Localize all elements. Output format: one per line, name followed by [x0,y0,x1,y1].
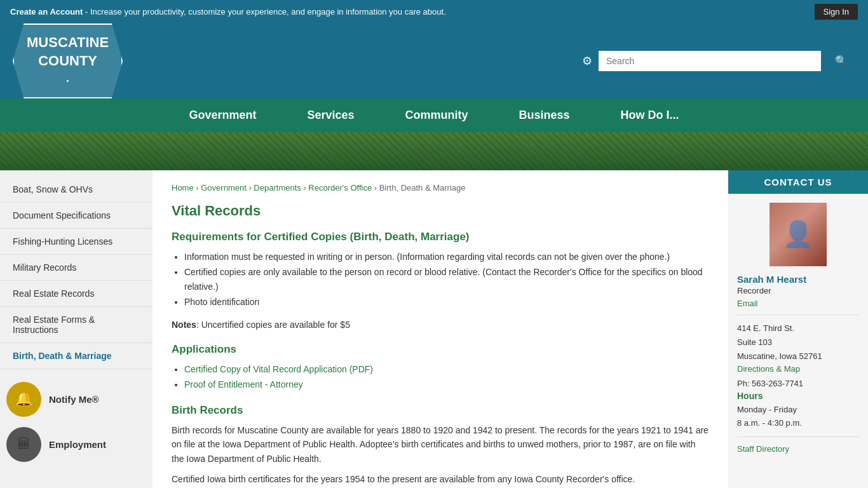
hero-image [0,132,868,170]
sidebar-item-birth-death[interactable]: Birth, Death & Marriage [0,343,153,369]
nav-business[interactable]: Business [494,98,595,132]
address-line3: Muscatine, Iowa 52761 [737,349,859,363]
sidebar-item-real-estate-forms[interactable]: Real Estate Forms & Instructions [0,307,153,343]
sidebar-item-real-estate[interactable]: Real Estate Records [0,281,153,307]
hours-title: Hours [737,391,859,401]
breadcrumb: Home › Government › Departments › Record… [172,183,709,193]
top-banner: Create an Account - Increase your produc… [0,0,868,24]
app-item-2: Proof of Entitlement - Attorney [184,377,709,393]
create-account-link[interactable]: Create an Account [10,7,83,17]
breadcrumb-government[interactable]: Government [201,183,247,193]
notes-text: Notes: Uncertified copies are available … [172,318,709,332]
req-item-1: Information must be requested in writing… [184,250,709,265]
nav-government[interactable]: Government [163,98,281,132]
notify-me-icon: 🔔 [6,382,41,417]
hours-days: Monday - Friday 8 a.m. - 4:30 p.m. [737,403,859,430]
settings-icon[interactable]: ⚙ [582,54,592,68]
req-item-3: Photo identification [184,295,709,310]
directions-map-link[interactable]: Directions & Map [737,364,800,374]
contact-email-link[interactable]: Email [737,299,758,308]
req-item-2: Certified copies are only available to t… [184,265,709,295]
sidebar: Boat, Snow & OHVs Document Specification… [0,170,153,488]
contact-sidebar: CONTACT US 👤 Sarah M Hearst Recorder Ema… [728,170,868,488]
breadcrumb-departments[interactable]: Departments [254,183,301,193]
breadcrumb-home[interactable]: Home [172,183,194,193]
sidebar-item-fishing-hunting[interactable]: Fishing-Hunting Licenses [0,229,153,255]
contact-name: Sarah M Hearst [737,274,859,285]
sidebar-item-boat-snow[interactable]: Boat, Snow & OHVs [0,177,153,203]
contact-photo: 👤 [770,203,827,266]
birth-para-1: Birth records for Muscatine County are a… [172,423,709,466]
section-applications-title: Applications [172,343,709,356]
employment-icon: 🏛 [6,427,41,462]
applications-list: Certified Copy of Vital Record Applicati… [184,362,709,393]
main-nav: Government Services Community Business H… [0,98,868,132]
birth-para-2: Certified Iowa birth certificates for th… [172,472,709,486]
contact-title-text: Recorder [737,286,859,295]
contact-divider-2 [737,437,859,437]
section-birth-title: Birth Records [172,404,709,417]
site-header: MUSCATINE COUNTY • ⚙ 🔍 [0,24,868,98]
sign-in-button[interactable]: Sign In [815,4,858,20]
contact-email: Email [737,298,859,308]
section-requirements-title: Requirements for Certified Copies (Birth… [172,231,709,243]
contact-divider [737,315,859,315]
contact-photo-inner: 👤 [770,203,827,266]
contact-body: 👤 Sarah M Hearst Recorder Email 414 E. T… [728,194,868,463]
search-area: ⚙ 🔍 [582,50,855,72]
sidebar-widgets: 🔔 Notify Me® 🏛 Employment [0,369,153,485]
requirements-list: Information must be requested in writing… [184,250,709,310]
notify-me-label: Notify Me® [49,394,99,405]
main-layout: Boat, Snow & OHVs Document Specification… [0,170,868,488]
sidebar-nav: Boat, Snow & OHVs Document Specification… [0,177,153,369]
employment-label: Employment [49,439,106,450]
employment-widget[interactable]: 🏛 Employment [6,427,146,462]
content-area: Home › Government › Departments › Record… [153,170,728,488]
site-logo[interactable]: MUSCATINE COUNTY • [13,24,123,98]
sidebar-item-military[interactable]: Military Records [0,255,153,281]
contact-header: CONTACT US [728,170,868,194]
breadcrumb-recorders-office[interactable]: Recorder's Office [308,183,372,193]
address-line2: Suite 103 [737,336,859,349]
contact-directions: Directions & Map [737,363,859,374]
nav-how-do-i[interactable]: How Do I... [595,98,705,132]
sidebar-item-doc-specs[interactable]: Document Specifications [0,203,153,229]
address-line1: 414 E. Third St. [737,322,859,336]
breadcrumb-current: Birth, Death & Marriage [379,183,466,193]
staff-directory-link[interactable]: Staff Directory [737,444,789,454]
app-item-1: Certified Copy of Vital Record Applicati… [184,362,709,377]
staff-directory: Staff Directory [737,444,859,454]
proof-entitlement-link[interactable]: Proof of Entitlement - Attorney [184,379,303,390]
contact-address: 414 E. Third St. Suite 103 Muscatine, Io… [737,322,859,363]
search-input[interactable] [599,51,821,71]
banner-text: Create an Account - Increase your produc… [10,7,446,17]
notify-me-widget[interactable]: 🔔 Notify Me® [6,382,146,417]
nav-community[interactable]: Community [380,98,494,132]
page-title: Vital Records [172,203,709,219]
nav-services[interactable]: Services [281,98,379,132]
contact-phone: Ph: 563-263-7741 [737,379,859,388]
certified-copy-link[interactable]: Certified Copy of Vital Record Applicati… [184,364,373,374]
search-button[interactable]: 🔍 [827,50,855,72]
